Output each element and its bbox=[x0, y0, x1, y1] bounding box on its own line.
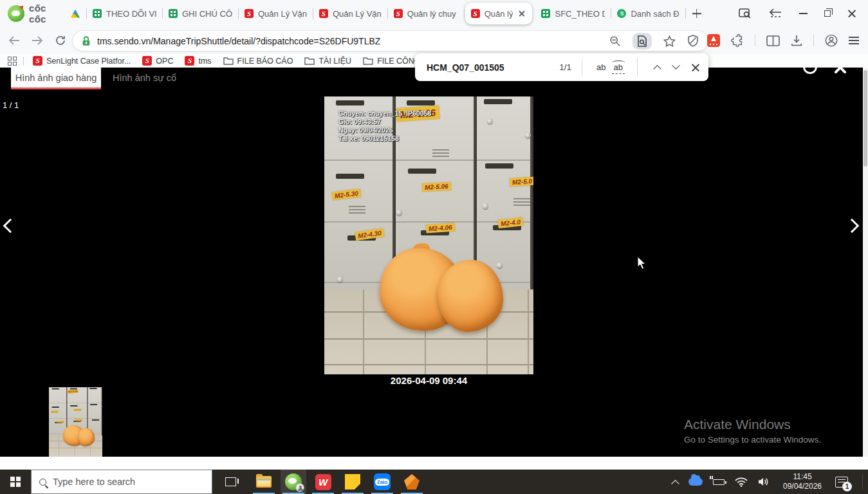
photo-scene: M2-6.06 M2-5.30 M2-5.06 M2-5.0 M2-4.30 M… bbox=[324, 96, 533, 374]
photo-scene-mini: M2-6.06 M2-5.30 M2-5.06 M2-4.30 M2-4.06 bbox=[49, 387, 102, 457]
sticky-notes-button[interactable] bbox=[340, 470, 365, 494]
divider bbox=[23, 57, 24, 66]
taskbar-search[interactable]: Type here to search bbox=[31, 470, 212, 494]
tab-search-icon[interactable] bbox=[739, 8, 752, 19]
find-in-page-indicator[interactable] bbox=[633, 33, 652, 50]
close-viewer-icon[interactable] bbox=[833, 68, 848, 75]
new-tab-button[interactable] bbox=[686, 3, 708, 24]
tab-sfc-theo-doi[interactable]: SFC_THEO D bbox=[535, 3, 611, 24]
tab-hinh-anh-giao-hang[interactable]: Hình ảnh giao hàng bbox=[11, 68, 101, 87]
photo-thumbnail[interactable]: M2-6.06 M2-5.30 M2-5.06 M2-4.30 M2-4.06 bbox=[49, 387, 102, 457]
zalo-button[interactable]: Zalo bbox=[369, 470, 395, 494]
tab-danh-sach[interactable]: S Danh sách Đ bbox=[611, 3, 685, 24]
tab-quan-ly-active[interactable]: S Quản lý bbox=[465, 3, 533, 24]
task-view-button[interactable] bbox=[217, 470, 243, 494]
sendo-icon: S bbox=[185, 56, 194, 66]
shield-adblock-icon[interactable] bbox=[687, 35, 699, 47]
foxit-button[interactable] bbox=[399, 470, 425, 494]
sendo-icon: S bbox=[245, 9, 254, 18]
back-icon[interactable] bbox=[5, 32, 23, 50]
coccoc-logo-icon bbox=[8, 5, 24, 22]
downloads-icon[interactable] bbox=[791, 35, 802, 46]
folder-icon bbox=[304, 57, 315, 65]
zalo-icon: Zalo bbox=[374, 473, 391, 490]
minimize-icon[interactable] bbox=[799, 13, 808, 14]
tab-ghi-chu[interactable]: GHI CHÚ CÔ bbox=[163, 3, 238, 24]
zoom-out-icon[interactable] bbox=[609, 35, 621, 47]
windows-logo-icon bbox=[10, 477, 21, 487]
green-circle-icon: S bbox=[617, 9, 626, 18]
search-icon bbox=[39, 479, 46, 486]
bookmark-senlight[interactable]: S SenLight Case Platfor... bbox=[33, 56, 131, 66]
apps-grid-icon[interactable] bbox=[8, 57, 17, 66]
file-explorer-button[interactable] bbox=[251, 470, 277, 494]
taskbar-clock[interactable]: 11:45 09/04/2026 bbox=[780, 472, 825, 491]
address-toolbar: tms.sendo.vn/ManageTripShuttle/detail/?d… bbox=[0, 27, 868, 54]
find-match-count: 1/1 bbox=[559, 62, 571, 72]
sendo-icon: S bbox=[471, 9, 480, 18]
find-in-page-bar[interactable]: HCM_Q07_001505 1/1 ab ab bbox=[415, 53, 708, 81]
sendo-icon: S bbox=[33, 56, 42, 66]
wifi-icon[interactable] bbox=[735, 477, 748, 487]
divider bbox=[755, 35, 755, 46]
system-tray: 11:45 09/04/2026 1 bbox=[672, 470, 868, 494]
coccoc-icon bbox=[285, 473, 302, 490]
tray-expand-icon[interactable] bbox=[671, 479, 679, 488]
red-extension-icon[interactable] bbox=[707, 34, 720, 47]
volume-icon[interactable] bbox=[758, 477, 770, 487]
browser-menu-icon[interactable] bbox=[849, 37, 859, 44]
previous-image-icon[interactable] bbox=[3, 219, 18, 233]
profile-avatar-icon[interactable] bbox=[825, 34, 838, 47]
cloud-sync-icon[interactable] bbox=[688, 478, 703, 486]
tab-hinh-anh-su-co[interactable]: Hình ảnh sự cố bbox=[113, 68, 176, 87]
divider bbox=[582, 59, 582, 77]
find-query[interactable]: HCM_Q07_001505 bbox=[427, 62, 504, 73]
tab-quan-ly-chuyen[interactable]: S Quản lý chuy bbox=[388, 3, 462, 24]
close-window-icon[interactable] bbox=[847, 9, 856, 18]
pinned-tab-drive[interactable] bbox=[64, 3, 86, 24]
tab-theo-doi[interactable]: THEO DÕI VI bbox=[87, 3, 162, 24]
restore-closed-tab-icon[interactable] bbox=[768, 8, 782, 19]
match-case-toggle[interactable]: ab bbox=[593, 62, 609, 72]
rotate-image-icon[interactable] bbox=[803, 68, 817, 74]
divider bbox=[813, 35, 814, 46]
bookmark-folder-tai-lieu[interactable]: TÀI LIỆU bbox=[304, 57, 351, 66]
bookmark-tms[interactable]: S tms bbox=[185, 56, 211, 66]
locker-label: M2-5.0 bbox=[510, 177, 533, 187]
tab-strip: cốc cốc THEO DÕI VI GHI CHÚ CÔ S Quản Lý… bbox=[0, 0, 868, 27]
bookmark-star-icon[interactable] bbox=[663, 35, 676, 47]
bookmark-folder-bao-cao[interactable]: FILE BÁO CÁO bbox=[223, 57, 293, 66]
action-center-icon[interactable]: 1 bbox=[835, 477, 848, 488]
find-close-icon[interactable] bbox=[690, 62, 701, 73]
tab-quan-ly-van-1[interactable]: S Quản Lý Vận bbox=[239, 3, 313, 24]
profile-badge-icon bbox=[295, 483, 304, 492]
start-button[interactable] bbox=[0, 470, 31, 494]
wps-office-button[interactable]: W bbox=[310, 470, 336, 494]
image-counter: 1 / 1 bbox=[3, 100, 19, 110]
scrollbar-thumb[interactable] bbox=[863, 70, 867, 167]
find-next-icon[interactable] bbox=[672, 61, 680, 69]
secure-padlock-icon[interactable] bbox=[80, 35, 92, 47]
delivery-photo[interactable]: M2-6.06 M2-5.30 M2-5.06 M2-5.0 M2-4.30 M… bbox=[324, 96, 533, 374]
tab-quan-ly-van-2[interactable]: S Quản Lý Vận bbox=[313, 3, 387, 24]
next-image-icon[interactable] bbox=[845, 219, 860, 233]
address-bar[interactable]: tms.sendo.vn/ManageTripShuttle/detail/?d… bbox=[72, 30, 708, 51]
locker-label: M2-5.06 bbox=[422, 182, 451, 192]
show-desktop-divider[interactable] bbox=[862, 474, 863, 489]
forward-icon[interactable] bbox=[28, 32, 46, 50]
restore-window-icon[interactable] bbox=[824, 10, 831, 17]
photo-timestamp-caption: 2026-04-09 09:44 bbox=[324, 375, 533, 386]
bookmark-opc[interactable]: S OPC bbox=[142, 56, 173, 66]
split-view-icon[interactable] bbox=[766, 35, 780, 46]
reload-icon[interactable] bbox=[51, 32, 69, 50]
page-background-strip bbox=[0, 457, 868, 470]
coccoc-taskbar-button[interactable] bbox=[281, 470, 306, 494]
page-scrollbar[interactable] bbox=[863, 68, 868, 457]
whole-word-toggle[interactable]: ab bbox=[610, 62, 627, 72]
find-previous-icon[interactable] bbox=[653, 65, 661, 73]
close-tab-icon[interactable] bbox=[517, 9, 526, 18]
url-text[interactable]: tms.sendo.vn/ManageTripShuttle/detail/?d… bbox=[97, 36, 609, 46]
extensions-puzzle-icon[interactable] bbox=[731, 34, 744, 47]
image-viewer-overlay: Hình ảnh giao hàng Hình ảnh sự cố 1 / 1 … bbox=[0, 68, 868, 457]
battery-plug-icon[interactable] bbox=[713, 479, 725, 485]
